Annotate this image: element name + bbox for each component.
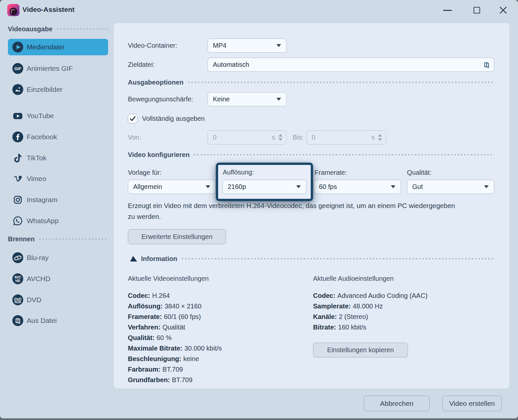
create-video-button[interactable]: Video erstellen xyxy=(442,396,502,411)
copy-settings-button[interactable]: Einstellungen kopieren xyxy=(313,343,408,357)
spinner-arrows-icon[interactable] xyxy=(278,134,282,141)
vimeo-icon xyxy=(12,173,23,184)
section-ausgabeoptionen: Ausgabeoptionen xyxy=(128,78,494,87)
sidebar-item-dvd[interactable]: DVD DVD xyxy=(8,292,108,308)
advanced-settings-button[interactable]: Erweiterte Einstellungen xyxy=(128,229,226,244)
minimize-icon[interactable] xyxy=(443,10,452,11)
svg-text:GiF: GiF xyxy=(14,66,21,71)
bewegungsunschaerfe-label: Bewegungsunschärfe: xyxy=(128,92,193,106)
chevron-down-icon xyxy=(484,185,489,188)
button-label: Erweiterte Einstellungen xyxy=(141,233,213,241)
zieldatei-value: Automatisch xyxy=(213,61,481,68)
dotted-divider xyxy=(188,82,494,83)
audio-settings-list: Codec:Advanced Audio Coding (AAC) Sample… xyxy=(313,290,427,332)
bis-value: 0 xyxy=(312,134,371,141)
section-label: Videoausgabe xyxy=(8,25,52,33)
avchd-icon: AVC HD xyxy=(12,273,23,284)
from-file-icon xyxy=(12,315,23,326)
section-video-konfigurieren: Video konfigurieren xyxy=(128,150,494,159)
sidebar-item-label: Blu-ray xyxy=(27,254,49,262)
sidebar-item-animiertes-gif[interactable]: GiF Animiertes GIF xyxy=(8,60,108,77)
audio-settings-title: Aktuelle Audioeinstellungen xyxy=(313,275,394,282)
info-row: Samplerate:48.000 Hz xyxy=(313,301,427,311)
bis-spinbox[interactable]: 0 s xyxy=(306,130,386,144)
video-settings-title: Aktuelle Videoeinstellungen xyxy=(128,275,209,282)
vollstaendig-label: Vollständig ausgeben xyxy=(142,112,205,126)
dotted-divider xyxy=(194,154,494,155)
vorlage-select[interactable]: Allgemein xyxy=(128,180,216,194)
sidebar-item-label: Mediendatei xyxy=(27,43,64,51)
window-title: Video-Assistent xyxy=(22,6,74,13)
tiktok-icon xyxy=(12,152,23,164)
info-row: Framerate:60/1 (60 fps) xyxy=(128,311,222,322)
collapse-triangle-icon[interactable] xyxy=(130,256,137,262)
section-information[interactable]: Information xyxy=(128,254,494,263)
maximize-icon[interactable] xyxy=(474,7,480,13)
chevron-down-icon xyxy=(276,98,281,101)
sidebar-section-brennen: Brennen xyxy=(8,234,108,244)
zieldatei-input[interactable]: Automatisch xyxy=(208,58,494,72)
sidebar-item-tiktok[interactable]: TikTok xyxy=(8,150,108,166)
chevron-down-icon xyxy=(276,44,281,47)
checkmark-icon xyxy=(130,116,136,121)
sidebar-item-label: AVCHD xyxy=(27,275,50,283)
qualitaet-value: Gut xyxy=(412,183,484,191)
folder-icon[interactable] xyxy=(481,60,491,69)
info-row: Codec:Advanced Audio Coding (AAC) xyxy=(313,290,427,301)
sidebar-item-label: Instagram xyxy=(27,196,57,204)
sidebar-item-label: Einzelbilder xyxy=(27,86,63,93)
video-settings-list: Codec:H.264 Auflösung:3840 × 2160 Framer… xyxy=(128,290,222,385)
video-container-select[interactable]: MP4 xyxy=(208,39,287,53)
framerate-label: Framerate: xyxy=(315,166,347,180)
sidebar-item-label: Vimeo xyxy=(27,175,46,183)
chevron-down-icon xyxy=(391,185,395,188)
single-images-icon xyxy=(12,84,23,95)
bewegungsunschaerfe-select[interactable]: Keine xyxy=(208,92,287,106)
whatsapp-icon xyxy=(12,215,23,226)
zieldatei-label: Zieldatei: xyxy=(128,58,155,72)
facebook-icon xyxy=(12,131,23,143)
sidebar-item-label: DVD xyxy=(27,296,41,304)
vorlage-label: Vorlage für: xyxy=(128,166,161,180)
sidebar-item-label: YouTube xyxy=(27,112,54,120)
von-suffix: s xyxy=(272,134,275,141)
sidebar-item-youtube[interactable]: YouTube xyxy=(8,108,108,124)
sidebar-section-videoausgabe: Videoausgabe xyxy=(8,24,108,34)
spinner-arrows-icon[interactable] xyxy=(378,134,382,141)
button-label: Abbrechen xyxy=(380,400,414,407)
sidebar-item-vimeo[interactable]: Vimeo xyxy=(8,171,108,187)
framerate-select[interactable]: 60 fps xyxy=(314,180,401,194)
info-row: Grundfarben:BT.709 xyxy=(128,375,222,385)
info-row: Codec:H.264 xyxy=(128,290,222,301)
aufloesung-value: 2160p xyxy=(228,183,296,191)
aufloesung-select[interactable]: 2160p xyxy=(222,180,306,194)
von-spinbox[interactable]: 0 s xyxy=(208,130,287,144)
close-icon[interactable] xyxy=(499,6,507,14)
svg-text:DVD: DVD xyxy=(14,297,22,301)
cancel-button[interactable]: Abbrechen xyxy=(364,396,430,411)
vollstaendig-checkbox[interactable] xyxy=(128,114,137,123)
sidebar-item-aus-datei[interactable]: Aus Datei xyxy=(8,312,108,329)
sidebar-item-avchd[interactable]: AVC HD AVCHD xyxy=(8,271,108,287)
sidebar-item-whatsapp[interactable]: WhatsApp xyxy=(8,213,108,229)
qualitaet-select[interactable]: Gut xyxy=(407,180,494,194)
button-label: Einstellungen kopieren xyxy=(327,346,394,354)
sidebar-item-mediendatei[interactable]: Mediendatei xyxy=(8,39,108,55)
aufloesung-highlight-box: Auflösung: 2160p xyxy=(216,163,313,201)
info-row: Kanäle:2 (Stereo) xyxy=(313,311,427,322)
instagram-icon xyxy=(12,194,23,205)
video-container-value: MP4 xyxy=(213,42,276,49)
dotted-divider xyxy=(182,258,494,259)
von-value: 0 xyxy=(213,134,272,141)
framerate-value: 60 fps xyxy=(319,183,391,191)
info-row: Bitrate:160 kbit/s xyxy=(313,322,427,332)
section-label: Video konfigurieren xyxy=(128,151,189,159)
youtube-icon xyxy=(12,110,23,121)
sidebar-item-instagram[interactable]: Instagram xyxy=(8,192,108,208)
sidebar-item-facebook[interactable]: Facebook xyxy=(8,129,108,145)
main-panel: Video-Container: MP4 Zieldatei: Automati… xyxy=(114,23,509,388)
video-container-label: Video-Container: xyxy=(128,39,177,53)
sidebar-item-einzelbilder[interactable]: Einzelbilder xyxy=(8,81,108,98)
sidebar-item-bluray[interactable]: Blu-ray xyxy=(8,249,108,266)
bis-label: Bis: xyxy=(293,130,303,144)
